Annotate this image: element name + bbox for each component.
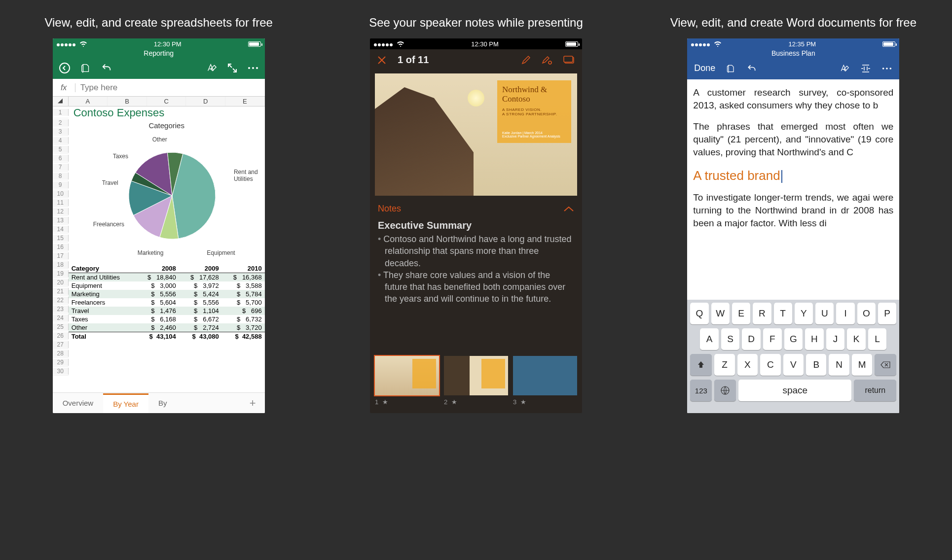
tab-by-year[interactable]: By Year xyxy=(103,393,148,413)
share-icon[interactable] xyxy=(80,63,91,73)
status-bar: 12:30 PM xyxy=(53,38,265,49)
key-A[interactable]: A xyxy=(700,328,719,350)
pie-label-equip: Equipment xyxy=(207,249,235,256)
excel-caption: View, edit, and create spreadsheets for … xyxy=(44,0,273,38)
notes-header[interactable]: Notes xyxy=(370,199,582,219)
pen-settings-icon[interactable] xyxy=(542,55,552,65)
status-time: 12:30 PM xyxy=(154,40,182,48)
select-all-corner[interactable]: ◢ xyxy=(53,97,69,106)
doc-heading: A trusted brand xyxy=(693,167,893,184)
key-Q[interactable]: Q xyxy=(690,303,708,324)
close-icon[interactable] xyxy=(377,55,387,65)
status-bar: 12:35 PM xyxy=(687,38,899,49)
key-W[interactable]: W xyxy=(711,303,730,324)
format-icon[interactable] xyxy=(839,64,850,73)
key-J[interactable]: J xyxy=(826,328,845,350)
key-Z[interactable]: Z xyxy=(714,354,734,376)
star-icon: ★ xyxy=(451,398,457,406)
word-panel: View, edit, and create Word documents fo… xyxy=(645,0,942,560)
word-doc-title: Business Plan xyxy=(687,49,899,59)
key-K[interactable]: K xyxy=(847,328,866,350)
signal-dots-icon xyxy=(374,40,394,48)
svg-point-4 xyxy=(549,61,551,64)
status-time: 12:35 PM xyxy=(788,40,816,48)
excel-grid[interactable]: 1 2 3 4 5 6 7 8 9 10 11 12 13 14 15 16 1… xyxy=(53,106,265,413)
key-I[interactable]: I xyxy=(836,303,854,324)
notes-body[interactable]: Executive Summary Contoso and Northwind … xyxy=(370,219,582,352)
status-bar: 12:30 PM xyxy=(370,38,582,49)
undo-icon[interactable] xyxy=(747,64,757,73)
key-Y[interactable]: Y xyxy=(795,303,813,324)
key-E[interactable]: E xyxy=(732,303,750,324)
key-globe[interactable] xyxy=(714,380,736,401)
key-T[interactable]: T xyxy=(774,303,792,324)
thumbnail-3[interactable] xyxy=(513,356,577,395)
key-N[interactable]: N xyxy=(829,354,849,376)
key-B[interactable]: B xyxy=(806,354,826,376)
key-H[interactable]: H xyxy=(805,328,824,350)
sheet-heading: Contoso Expenses xyxy=(73,106,165,119)
expand-icon[interactable] xyxy=(227,63,237,73)
key-D[interactable]: D xyxy=(742,328,761,350)
key-U[interactable]: U xyxy=(815,303,834,324)
key-shift[interactable] xyxy=(690,354,712,376)
key-return[interactable]: return xyxy=(854,380,896,401)
tab-overview[interactable]: Overview xyxy=(53,394,104,412)
excel-doc-title: Reporting xyxy=(53,49,265,59)
svg-point-3 xyxy=(256,67,258,69)
key-F[interactable]: F xyxy=(763,328,782,350)
slide-preview[interactable]: Northwind & Contoso A SHARED VISION.A ST… xyxy=(375,73,577,196)
more-icon[interactable] xyxy=(247,66,259,70)
tab-by[interactable]: By xyxy=(148,394,177,412)
sheet-tabs: Overview By Year By + xyxy=(53,392,265,413)
col-D[interactable]: D xyxy=(186,97,225,106)
format-icon[interactable] xyxy=(206,63,218,73)
col-A[interactable]: A xyxy=(69,97,108,106)
pie-chart: Categories Rent andUtilities Equipment M… xyxy=(69,119,265,257)
slide-thumbnails xyxy=(370,352,582,398)
key-R[interactable]: R xyxy=(753,303,771,324)
col-B[interactable]: B xyxy=(108,97,147,106)
slide-counter: 1 of 11 xyxy=(398,54,429,66)
col-C[interactable]: C xyxy=(147,97,186,106)
key-123[interactable]: 123 xyxy=(690,380,712,401)
key-P[interactable]: P xyxy=(878,303,896,324)
share-icon[interactable] xyxy=(726,64,736,73)
excel-panel: View, edit, and create spreadsheets for … xyxy=(10,0,307,560)
pen-icon[interactable] xyxy=(521,55,531,65)
key-backspace[interactable] xyxy=(875,354,896,376)
thumbnail-1[interactable] xyxy=(375,356,439,395)
key-C[interactable]: C xyxy=(760,354,780,376)
ppt-toolbar: 1 of 11 xyxy=(370,49,582,70)
svg-point-0 xyxy=(60,63,70,73)
done-button[interactable]: Done xyxy=(694,63,715,73)
more-icon[interactable] xyxy=(881,67,892,70)
add-sheet-button[interactable]: + xyxy=(241,392,265,414)
paragraph: To investigate longer-term trends, we ag… xyxy=(693,191,893,229)
blank-screen-icon[interactable] xyxy=(563,56,575,65)
keyboard: QWERTYUIOP ASDFGHJKL ZXCVBNM 123 space r… xyxy=(687,300,899,413)
key-L[interactable]: L xyxy=(868,328,887,350)
excel-phone: 12:30 PM Reporting fx ◢ A B C D xyxy=(53,38,265,413)
key-space[interactable]: space xyxy=(738,380,851,401)
note-bullet: Contoso and Northwind have a long and tr… xyxy=(385,233,574,269)
word-caption: View, edit, and create Word documents fo… xyxy=(670,0,916,38)
key-X[interactable]: X xyxy=(737,354,758,376)
col-E[interactable]: E xyxy=(225,97,265,106)
document-body[interactable]: A customer research survey, co-sponsored… xyxy=(687,79,899,300)
undo-icon[interactable] xyxy=(101,63,112,73)
key-V[interactable]: V xyxy=(783,354,804,376)
back-icon[interactable] xyxy=(59,62,71,74)
pie-label-mkt: Marketing xyxy=(138,249,164,256)
key-M[interactable]: M xyxy=(852,354,872,376)
key-S[interactable]: S xyxy=(721,328,740,350)
formula-input[interactable] xyxy=(75,83,265,93)
key-G[interactable]: G xyxy=(784,328,803,350)
battery-icon xyxy=(248,41,261,47)
ppt-panel: See your speaker notes while presenting … xyxy=(327,0,624,560)
thumbnail-2[interactable] xyxy=(444,356,508,395)
svg-rect-6 xyxy=(564,56,573,62)
reflow-icon[interactable] xyxy=(861,64,871,73)
key-O[interactable]: O xyxy=(857,303,876,324)
pie-label-other: Other xyxy=(152,136,167,143)
